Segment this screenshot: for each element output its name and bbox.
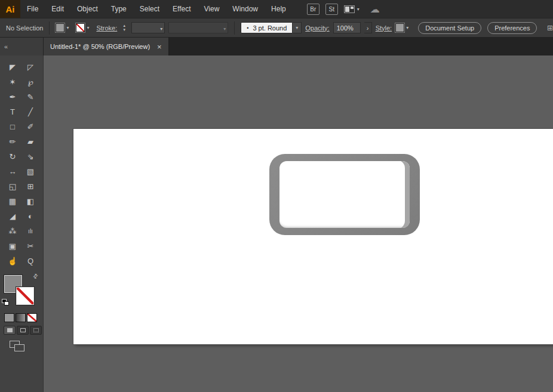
stroke-none-swatch[interactable] — [76, 23, 85, 32]
opacity-input[interactable]: 100% — [333, 22, 361, 33]
width-profile-value: 3 pt. Round — [253, 24, 287, 32]
opacity-panel-link[interactable]: Opacity: — [305, 24, 329, 32]
chevron-down-icon: ▾ — [296, 25, 298, 30]
preferences-button[interactable]: Preferences — [487, 22, 537, 34]
slice-tool[interactable]: ✂ — [21, 239, 39, 253]
perspective-grid-tool[interactable]: ⊞ — [21, 179, 39, 193]
chevron-down-icon: ▾ — [87, 25, 89, 30]
collapse-panel-button[interactable]: « — [0, 38, 44, 55]
draw-behind-button[interactable] — [17, 326, 29, 335]
default-fill-stroke-icon[interactable] — [2, 299, 10, 306]
chevron-down-icon: ▾ — [406, 25, 408, 30]
line-segment-tool[interactable]: ╱ — [21, 104, 39, 119]
curvature-tool[interactable]: ✎ — [21, 89, 39, 104]
draw-normal-button[interactable] — [4, 326, 16, 335]
artboard[interactable] — [73, 129, 553, 344]
gradient-button[interactable] — [16, 313, 26, 322]
eyedropper-tool[interactable]: ◢ — [4, 209, 21, 223]
stock-icon[interactable]: St — [325, 4, 338, 15]
stroke-panel-link[interactable]: Stroke: — [96, 24, 117, 32]
panel-icon[interactable]: ⊞ — [547, 24, 553, 32]
stroke-color-picker[interactable]: ▾ — [76, 23, 89, 32]
menu-window[interactable]: Window — [226, 0, 265, 18]
direct-selection-tool[interactable]: ◸ — [21, 60, 39, 74]
selection-tool[interactable]: ◤ — [4, 60, 21, 74]
eraser-tool[interactable]: ▰ — [21, 134, 39, 149]
style-panel-link[interactable]: Style: — [376, 24, 392, 32]
none-button[interactable] — [27, 313, 37, 322]
illustrator-logo: Ai — [0, 0, 20, 18]
document-tab-bar: « Untitled-1* @ 50% (RGB/Preview) × — [0, 38, 553, 55]
menu-edit[interactable]: Edit — [45, 0, 70, 18]
column-graph-tool[interactable]: ılı — [21, 224, 39, 238]
fill-stroke-control: ⇄ — [0, 273, 43, 311]
style-picker[interactable]: ▾ — [395, 23, 408, 32]
drawing-modes-row — [0, 322, 43, 335]
style-swatch[interactable] — [395, 23, 404, 32]
shape-builder-tool[interactable]: ◱ — [4, 179, 21, 193]
stroke-weight-dropdown[interactable]: ▾ — [131, 22, 165, 33]
blend-tool[interactable]: ◐ — [21, 209, 39, 223]
workspace-switcher[interactable]: ▾ — [344, 5, 360, 13]
stepper-down-icon[interactable]: ▼ — [121, 28, 128, 32]
pencil-tool[interactable]: ✏ — [4, 134, 21, 149]
artboard-tool[interactable]: ▣ — [4, 239, 21, 253]
stroke-weight-stepper[interactable]: ▲ ▼ — [121, 22, 128, 34]
color-button[interactable] — [4, 313, 14, 322]
tools-grid: ◤ ◸ ✶ ℘ ✒ ✎ T ╱ □ ✐ ✏ ▰ ↻ ⇘ ↔ ▧ ◱ ⊞ ▦ ◧ … — [0, 55, 43, 268]
tool-panel: ◤ ◸ ✶ ℘ ✒ ✎ T ╱ □ ✐ ✏ ▰ ↻ ⇘ ↔ ▧ ◱ ⊞ ▦ ◧ … — [0, 55, 44, 392]
chevron-down-icon: ▾ — [223, 26, 226, 32]
mesh-tool[interactable]: ▦ — [4, 194, 21, 208]
symbol-sprayer-tool[interactable]: ⁂ — [4, 224, 21, 238]
free-transform-tool[interactable]: ▧ — [21, 164, 39, 178]
menu-help[interactable]: Help — [265, 0, 293, 18]
menubar-icon-group: Br St ▾ ☁ — [307, 4, 380, 15]
magic-wand-tool[interactable]: ✶ — [4, 75, 21, 89]
chevron-down-icon: ▾ — [357, 7, 360, 12]
menu-effect[interactable]: Effect — [166, 0, 197, 18]
fill-swatch[interactable] — [56, 23, 64, 32]
pen-tool[interactable]: ✒ — [4, 89, 21, 104]
color-type-row — [0, 311, 43, 322]
chevron-down-icon: ▾ — [160, 26, 162, 32]
width-tool[interactable]: ↔ — [4, 164, 21, 178]
sync-cloud-icon[interactable]: ☁ — [370, 4, 380, 15]
width-profile-dropdown-button[interactable]: ▾ — [293, 22, 302, 33]
workspace-icon — [344, 5, 355, 13]
bridge-icon[interactable]: Br — [307, 4, 319, 15]
type-tool[interactable]: T — [4, 104, 21, 119]
paintbrush-tool[interactable]: ✐ — [21, 119, 39, 134]
selection-status: No Selection — [6, 24, 43, 32]
screen-mode-button[interactable] — [10, 341, 27, 353]
fill-color-picker[interactable]: ▾ — [56, 23, 69, 32]
menu-object[interactable]: Object — [70, 0, 105, 18]
stepper-up-icon[interactable]: ▲ — [121, 24, 128, 28]
hand-tool[interactable]: ☝ — [4, 254, 21, 268]
document-tab[interactable]: Untitled-1* @ 50% (RGB/Preview) × — [44, 38, 169, 55]
scale-tool[interactable]: ⇘ — [21, 149, 39, 163]
divider — [234, 21, 235, 35]
menu-type[interactable]: Type — [105, 0, 133, 18]
variable-width-profile[interactable]: • 3 pt. Round ▾ — [241, 22, 302, 33]
lasso-tool[interactable]: ℘ — [21, 75, 39, 89]
menu-bar: Ai File Edit Object Type Select Effect V… — [0, 0, 553, 18]
chevron-down-icon: ▾ — [66, 25, 69, 30]
rectangle-tool[interactable]: □ — [4, 119, 21, 134]
zoom-tool[interactable]: Q — [21, 254, 39, 268]
rotate-tool[interactable]: ↻ — [4, 149, 21, 163]
width-profile-field[interactable]: • 3 pt. Round — [241, 22, 293, 33]
canvas-area[interactable] — [44, 55, 553, 392]
menu-select[interactable]: Select — [133, 0, 166, 18]
close-icon[interactable]: × — [157, 43, 162, 51]
document-tab-title: Untitled-1* @ 50% (RGB/Preview) — [50, 43, 150, 50]
gradient-tool[interactable]: ◧ — [21, 194, 39, 208]
menu-view[interactable]: View — [198, 0, 226, 18]
rounded-key-shape[interactable] — [269, 154, 420, 235]
document-setup-button[interactable]: Document Setup — [418, 22, 481, 34]
swap-fill-stroke-icon[interactable]: ⇄ — [31, 272, 39, 280]
draw-inside-button[interactable] — [30, 326, 42, 335]
rounded-key-inner-face — [279, 161, 410, 228]
opacity-expand-button[interactable]: › — [364, 22, 372, 33]
stroke-proxy-swatch[interactable] — [16, 287, 34, 305]
menu-file[interactable]: File — [20, 0, 45, 18]
